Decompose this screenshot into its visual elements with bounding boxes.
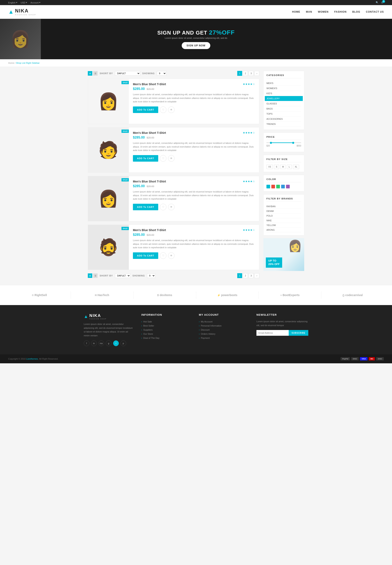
breadcrumb-home[interactable]: Home: [8, 62, 14, 64]
add-to-cart-button[interactable]: ADD To CART: [133, 252, 158, 259]
brand-denim[interactable]: DENIM: [266, 209, 301, 214]
category-kids[interactable]: KID'S: [266, 91, 301, 96]
search-icon[interactable]: 🔍: [376, 1, 378, 4]
social-linkedin[interactable]: in: [91, 340, 97, 346]
size-l[interactable]: L: [287, 165, 292, 169]
social-rss[interactable]: rss: [98, 340, 104, 346]
page-1-button[interactable]: 1: [237, 71, 242, 76]
page-3-button-bottom[interactable]: 3: [249, 273, 253, 278]
category-womens[interactable]: WOMEN'S: [266, 86, 301, 91]
brand-codecarnival[interactable]: {}codecarnival: [321, 291, 384, 299]
page-next-button[interactable]: ›: [254, 71, 259, 76]
page-next-button-bottom[interactable]: ›: [254, 273, 259, 278]
nav-women[interactable]: WOMEN: [318, 10, 328, 13]
sort-select-bottom[interactable]: DAFULT: [115, 273, 130, 278]
size-s[interactable]: S: [274, 165, 279, 169]
color-purple[interactable]: [286, 185, 290, 188]
sort-select[interactable]: DAFULT Price: Low to High Price: High to…: [115, 71, 140, 76]
quick-view-button[interactable]: 👁: [168, 155, 175, 162]
nav-fashion[interactable]: FASHION: [334, 10, 347, 13]
color-blue[interactable]: [281, 185, 285, 188]
account-payment[interactable]: Payment: [199, 336, 248, 340]
brand-arong[interactable]: ARONG: [266, 228, 301, 232]
account-selector[interactable]: Account ▾: [30, 1, 41, 4]
page-2-button[interactable]: 2: [243, 71, 248, 76]
social-facebook[interactable]: f: [84, 340, 89, 346]
category-glasses[interactable]: GLASSES: [266, 101, 301, 106]
color-red[interactable]: [271, 185, 275, 188]
category-bags[interactable]: BAGS: [266, 106, 301, 111]
color-green[interactable]: [276, 185, 280, 188]
account-discount[interactable]: Discount: [199, 328, 248, 332]
nav-home[interactable]: HOME: [292, 10, 300, 13]
hastech-icon: H: [95, 294, 97, 297]
size-xs[interactable]: XS: [266, 165, 273, 169]
info-our-store[interactable]: Our Store: [141, 332, 191, 336]
signup-button[interactable]: SIGN UP NOW: [182, 42, 210, 49]
nav-man[interactable]: MAN: [306, 10, 312, 13]
showing-select-bottom[interactable]: 9: [147, 273, 155, 278]
page-3-button[interactable]: 3: [249, 71, 253, 76]
quick-view-button[interactable]: 👁: [168, 106, 175, 113]
social-twitter[interactable]: t: [113, 340, 119, 346]
newsletter-email-input[interactable]: [256, 330, 289, 336]
add-to-cart-button[interactable]: ADD To CART: [133, 106, 158, 113]
add-to-cart-button[interactable]: ADD To CART: [133, 204, 158, 210]
cart-button[interactable]: 🛒 8: [381, 1, 384, 4]
brand-yellow[interactable]: YELLOW: [266, 223, 301, 228]
categories-menu: MEN'S WOMEN'S KID'S JEWELLERY GLASSES BA…: [266, 81, 301, 127]
brand-powerboots[interactable]: ⚡powerboots: [196, 291, 259, 299]
color-title: COLOR: [266, 178, 301, 182]
account-my-account[interactable]: My Account: [199, 319, 248, 324]
brand-nike[interactable]: NIKE: [266, 218, 301, 223]
list-view-button[interactable]: ☰: [93, 71, 98, 76]
grid-view-button[interactable]: ⊞: [88, 71, 92, 76]
language-selector[interactable]: English ▾: [8, 1, 17, 4]
social-pinterest[interactable]: p: [120, 340, 126, 346]
brand-rayban[interactable]: RAYBAN: [266, 204, 301, 209]
brand-hastech[interactable]: HHasTech: [71, 291, 134, 299]
social-google[interactable]: g: [106, 340, 112, 346]
category-mens[interactable]: MEN'S: [266, 81, 301, 86]
category-tops[interactable]: TOPS: [266, 111, 301, 116]
wishlist-button[interactable]: ♡: [160, 106, 166, 113]
brand-bootexperts[interactable]: ≡BootExperts: [259, 291, 321, 299]
add-to-cart-button[interactable]: ADD To CART: [133, 155, 158, 162]
category-accessories[interactable]: ACCESSORIES: [266, 116, 301, 122]
quick-view-button[interactable]: 👁: [168, 252, 175, 259]
info-suppliers[interactable]: Suppliers: [141, 328, 191, 332]
range-handle-left[interactable]: [270, 142, 272, 144]
nav-contact[interactable]: CONTACT US: [366, 10, 384, 13]
newsletter-subscribe-button[interactable]: SUBSCRIBE: [289, 330, 308, 336]
wishlist-button[interactable]: ♡: [160, 204, 166, 210]
range-handle-right[interactable]: [292, 142, 294, 144]
category-jewellery[interactable]: JEWELLERY: [265, 96, 303, 101]
brand-polo[interactable]: POLO: [266, 214, 301, 218]
info-deal-of-the-day[interactable]: Deal of The Day: [141, 336, 191, 340]
size-xl[interactable]: XL: [293, 165, 299, 169]
nav-blog[interactable]: BLOG: [352, 10, 360, 13]
account-orders-history[interactable]: Orders History: [199, 332, 248, 336]
page-1-button-bottom[interactable]: 1: [237, 273, 242, 278]
info-best-seller[interactable]: Best Seller: [141, 324, 191, 328]
sidebar-ad[interactable]: 👩 UP TO 20% OFF: [263, 238, 304, 271]
size-m[interactable]: M: [280, 165, 286, 169]
showing-select[interactable]: 9 18 27: [157, 71, 166, 76]
logo-name: NIKA: [15, 8, 36, 14]
brand-devitems[interactable]: Ddevitems: [134, 291, 196, 299]
color-cyan[interactable]: [266, 185, 270, 188]
copyright-brand-link[interactable]: Lionthemes: [26, 358, 38, 360]
brand-rightsell[interactable]: ©RightSell: [8, 291, 71, 299]
category-trends[interactable]: TRENDS: [266, 122, 301, 127]
logo[interactable]: ▲ NIKA FASHION SHOP: [8, 8, 36, 16]
quick-view-button[interactable]: 👁: [168, 204, 175, 210]
currency-selector[interactable]: USD ▾: [21, 1, 27, 4]
wishlist-button[interactable]: ♡: [160, 155, 166, 162]
product-actions: ADD To CART ♡ 👁: [133, 106, 255, 113]
info-hot-sale[interactable]: Hot Sale: [141, 319, 191, 324]
wishlist-button[interactable]: ♡: [160, 252, 166, 259]
page-2-button-bottom[interactable]: 2: [243, 273, 248, 278]
list-view-button-bottom[interactable]: ☰: [93, 273, 98, 278]
grid-view-button-bottom[interactable]: ⊞: [88, 273, 92, 278]
account-personal-info[interactable]: Personal Information: [199, 324, 248, 328]
